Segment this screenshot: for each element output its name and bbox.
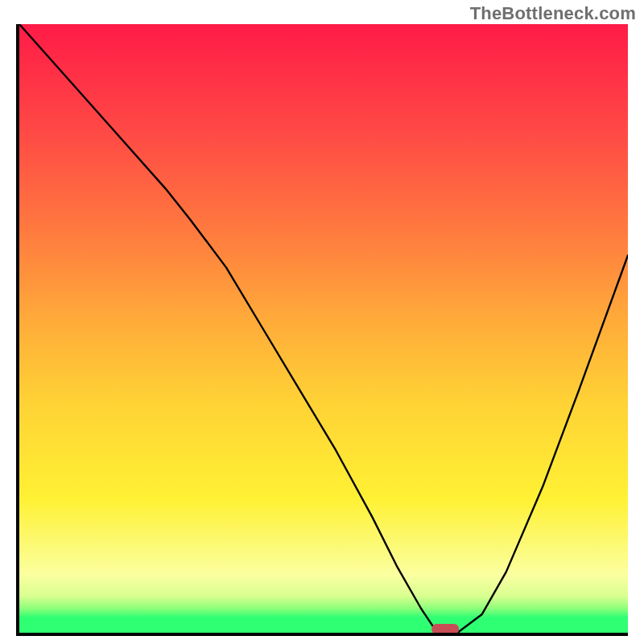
bottleneck-curve xyxy=(19,24,628,633)
watermark-text: TheBottleneck.com xyxy=(470,3,636,24)
optimum-marker xyxy=(431,624,459,633)
plot-area xyxy=(16,24,628,636)
chart-stage: TheBottleneck.com xyxy=(0,0,644,644)
chart-svg xyxy=(19,24,628,633)
